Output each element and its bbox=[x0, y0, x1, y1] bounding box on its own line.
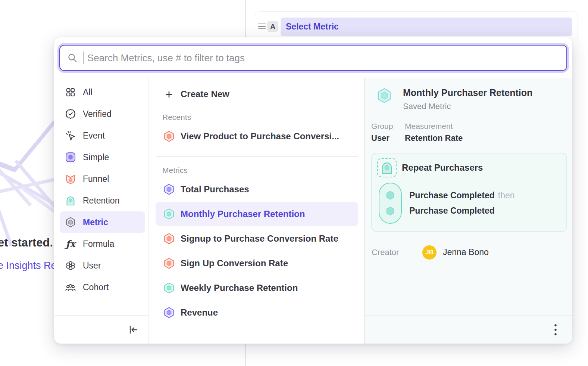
cursor-sparkle-icon bbox=[65, 130, 76, 141]
simple-metric-icon bbox=[65, 152, 76, 163]
event-sequence-capsule bbox=[379, 183, 402, 224]
search-row bbox=[54, 37, 572, 71]
metric-item-total-purchases[interactable]: Total Purchases bbox=[156, 177, 358, 202]
metric-detail-panel: Monthly Purchaser Retention Saved Metric… bbox=[365, 78, 572, 344]
retention-arch-icon bbox=[65, 195, 76, 206]
user-cluster-icon bbox=[65, 260, 76, 271]
search-icon bbox=[68, 53, 78, 63]
verified-badge-icon bbox=[65, 108, 76, 120]
formula-fx-icon: ƒx bbox=[65, 238, 76, 249]
retention-definition-icon bbox=[377, 158, 397, 177]
funnel-icon bbox=[65, 173, 76, 184]
sidebar-item-formula[interactable]: ƒx Formula bbox=[60, 233, 145, 255]
metric-list-panel: + Create New Recents View Product to Pur… bbox=[149, 78, 365, 344]
detail-title: Monthly Purchaser Retention bbox=[403, 87, 532, 98]
event-hexagon-icon bbox=[385, 206, 395, 216]
hexagon-icon bbox=[163, 257, 175, 269]
measurement-value: Retention Rate bbox=[405, 133, 463, 143]
sidebar-item-user[interactable]: User bbox=[60, 255, 145, 276]
group-label: Group bbox=[371, 122, 405, 131]
sidebar-footer bbox=[54, 315, 148, 344]
background-heading-fragment: et started. bbox=[0, 236, 53, 249]
select-metric-label: Select Metric bbox=[286, 22, 339, 32]
hexagon-icon bbox=[163, 208, 175, 220]
sidebar-item-all[interactable]: All bbox=[60, 81, 145, 103]
cohort-people-icon bbox=[65, 282, 76, 293]
metric-item-signup-to-purchase-conversion-rate[interactable]: Signup to Purchase Conversion Rate bbox=[156, 226, 358, 251]
text-caret bbox=[84, 52, 84, 64]
search-input[interactable] bbox=[87, 52, 559, 64]
series-a-badge: A bbox=[267, 21, 278, 32]
saved-metric-hexagon-icon bbox=[376, 87, 392, 104]
recents-section-header: Recents bbox=[162, 113, 358, 122]
sidebar-item-label: Formula bbox=[83, 239, 114, 249]
sidebar-item-label: User bbox=[83, 261, 101, 271]
grid-icon bbox=[65, 87, 76, 98]
hexagon-icon bbox=[163, 183, 175, 195]
sidebar-item-cohort[interactable]: Cohort bbox=[60, 276, 145, 298]
metric-picker-modal: All Verified bbox=[54, 37, 572, 344]
hexagon-icon bbox=[163, 307, 175, 319]
sidebar-item-label: All bbox=[83, 87, 93, 97]
sidebar-item-metric[interactable]: Metric bbox=[60, 211, 145, 233]
collapse-sidebar-icon[interactable] bbox=[128, 325, 138, 335]
creator-name: Jenna Bono bbox=[443, 247, 489, 257]
sidebar-item-label: Simple bbox=[83, 152, 109, 162]
creator-avatar: JB bbox=[422, 245, 437, 260]
metric-item-weekly-purchase-retention[interactable]: Weekly Purchase Retention bbox=[156, 276, 358, 300]
plus-icon: + bbox=[163, 89, 175, 100]
metric-item-sign-up-conversion-rate[interactable]: Sign Up Conversion Rate bbox=[156, 251, 358, 276]
sidebar-item-label: Funnel bbox=[83, 174, 109, 184]
hexagon-icon bbox=[163, 233, 175, 245]
detail-subtitle: Saved Metric bbox=[403, 102, 532, 111]
definition-name: Repeat Purchasers bbox=[402, 162, 483, 173]
create-new-button[interactable]: + Create New bbox=[156, 84, 358, 104]
definition-step-1: Purchase Completed bbox=[409, 190, 495, 200]
group-value: User bbox=[371, 133, 405, 143]
sidebar-item-label: Metric bbox=[83, 217, 108, 227]
sidebar-item-label: Verified bbox=[83, 109, 112, 119]
search-box[interactable] bbox=[59, 45, 567, 71]
sidebar-item-retention[interactable]: Retention bbox=[60, 190, 145, 211]
recent-item-view-product-to-purchase-conversion[interactable]: View Product to Purchase Conversi... bbox=[156, 124, 358, 149]
sidebar-item-verified[interactable]: Verified bbox=[60, 103, 145, 125]
section-divider bbox=[156, 156, 358, 157]
creator-label: Creator bbox=[372, 248, 422, 257]
hexagon-icon bbox=[163, 130, 175, 142]
metrics-section-header: Metrics bbox=[162, 166, 358, 175]
definition-step-2: Purchase Completed bbox=[409, 203, 515, 218]
definition-connector: then bbox=[498, 190, 515, 200]
sidebar-item-event[interactable]: Event bbox=[60, 125, 145, 146]
metric-item-revenue[interactable]: Revenue bbox=[156, 300, 358, 325]
hexagon-icon bbox=[163, 282, 175, 294]
category-sidebar: All Verified bbox=[54, 78, 149, 344]
sidebar-item-label: Event bbox=[83, 131, 105, 141]
metric-item-monthly-purchaser-retention[interactable]: Monthly Purchaser Retention bbox=[156, 202, 358, 226]
metric-hexagon-icon bbox=[65, 217, 76, 228]
sidebar-item-label: Cohort bbox=[83, 282, 109, 292]
select-metric-button[interactable]: Select Metric bbox=[281, 18, 572, 36]
definition-card: Repeat Purchasers bbox=[371, 153, 567, 232]
detail-footer bbox=[365, 315, 572, 344]
sidebar-item-simple[interactable]: Simple bbox=[60, 146, 145, 168]
event-hexagon-icon bbox=[385, 190, 395, 201]
measurement-label: Measurement bbox=[405, 122, 463, 131]
more-options-kebab-icon[interactable] bbox=[554, 323, 557, 336]
background-insights-link-fragment[interactable]: e Insights Re bbox=[0, 260, 57, 272]
sidebar-item-funnel[interactable]: Funnel bbox=[60, 168, 145, 190]
sidebar-item-label: Retention bbox=[83, 196, 119, 206]
drag-handle-icon[interactable] bbox=[258, 24, 266, 30]
